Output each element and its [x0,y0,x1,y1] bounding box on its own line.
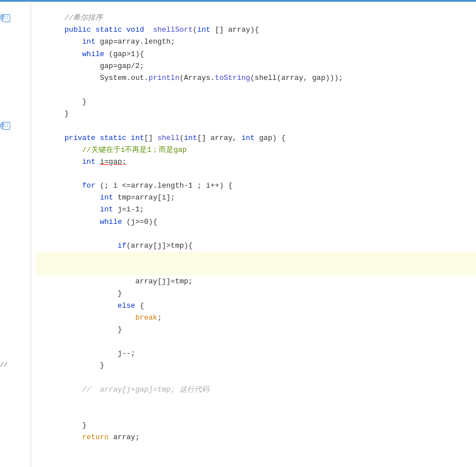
code-line-shell-decl: private static int[] shell(int[] array, … [36,120,476,131]
gutter-line-30 [0,347,28,359]
gutter-line-15 [0,168,28,180]
code-line-blank8 [36,396,476,407]
code-line-j-decr: j--; [36,336,476,347]
gutter-line-27 [0,312,28,324]
var-array-ret: array [113,433,135,441]
code-line-int-i: int i=gap; [36,144,476,156]
code-line-blank5 [36,324,476,336]
gutter-line-35 [0,407,28,419]
gutter-line-7 [0,72,28,84]
code-line-break: break; [36,300,476,312]
gutter-line-10 [0,108,28,120]
gutter-line-32 [0,371,28,383]
gutter-line-20 [0,228,28,240]
code-line-int-j: int j=i-1; [36,192,476,203]
code-line-close-else: } [36,312,476,324]
gutter-line-26 [0,300,28,312]
code-line-close2: } [36,96,476,108]
code-line-for: for (; i <=array.length-1 ; i++) { [36,168,476,180]
gutter-line-18 [0,203,28,215]
gutter-line-5 [0,48,28,60]
gutter-line-21 [0,240,28,252]
gutter-line-12 [0,132,28,144]
gutter-line-33 [0,384,28,396]
gutter-line-16 [0,180,28,192]
code-line-swap1: array[j+gap]=array[j];//这里注意哦gpa个位置交换 [36,252,476,264]
kw-return: return [82,433,109,441]
code-line-while-j: while (j>=0){ [36,203,476,215]
breakpoint-icon-2[interactable]: □ [2,122,10,130]
code-line-blank4 [36,216,476,228]
code-line-println: System.out.println(Arrays.toString(shell… [36,60,476,72]
gutter-line-8 [0,84,28,96]
code-content: //希尔排序 public static void shellSort(int … [31,0,476,467]
code-line-comment-array: // array[j+gap]=tmp; 这行代码 [36,371,476,383]
code-line-blank7 [36,384,476,396]
code-line-blank1 [36,72,476,84]
code-line-close1: } [36,84,476,96]
gutter-line-13 [0,144,28,156]
code-line-close-for: } [36,407,476,419]
gutter-line-28 [0,324,28,336]
code-line-comment-key: //关键在于i不再是1；而是gap [36,132,476,144]
gutter-line-6 [0,60,28,72]
gutter-line-4 [0,36,28,48]
code-line-gap-div: gap=gap/2; [36,48,476,60]
gutter-line-31: // [0,359,28,371]
gutter-line-3 [0,24,28,36]
gutter-line-19 [0,216,28,228]
gutter-line-24 [0,275,28,287]
code-line-if: if(array[j]>tmp){ [36,228,476,240]
code-line-comment-xier: //希尔排序 [36,0,476,12]
code-line-int-gap: int gap=array.length; [36,24,476,36]
gutter-line-36 [0,419,28,431]
gutter-line-1 [0,0,28,12]
gutter-line-25 [0,287,28,299]
comment-marker: // [0,360,7,370]
code-editor: @ □ @ □ [0,0,476,467]
breakpoint-icon-1[interactable]: □ [2,14,10,22]
code-line-else: else { [36,287,476,299]
gutter-line-22 [0,252,28,264]
gutter-line-11: @ □ [0,120,28,131]
code-line-shellsort-decl: public static void shellSort(int [] arra… [36,12,476,24]
gutter-line-23 [0,264,28,275]
code-line-comment-swap: //进行交换位置 [36,240,476,252]
code-line-close-while: } [36,347,476,359]
gutter-line-17 [0,192,28,203]
code-line-blank6 [36,359,476,371]
code-line-while-gap: while (gap>1){ [36,36,476,48]
gutter-line-29 [0,336,28,347]
gutter-line-9 [0,96,28,108]
code-line-blank2 [36,108,476,120]
code-line-close-if: } [36,275,476,287]
gutter-line-34 [0,396,28,407]
code-line-blank3 [36,156,476,168]
gutter-line-2: @ □ [0,12,28,24]
code-line-return: return array; [36,419,476,431]
gutter-line-14 [0,156,28,168]
code-line-int-tmp: int tmp=array[i]; [36,180,476,192]
line-gutter: @ □ @ □ [0,0,31,467]
code-line-swap2: array[j]=tmp; [36,264,476,275]
